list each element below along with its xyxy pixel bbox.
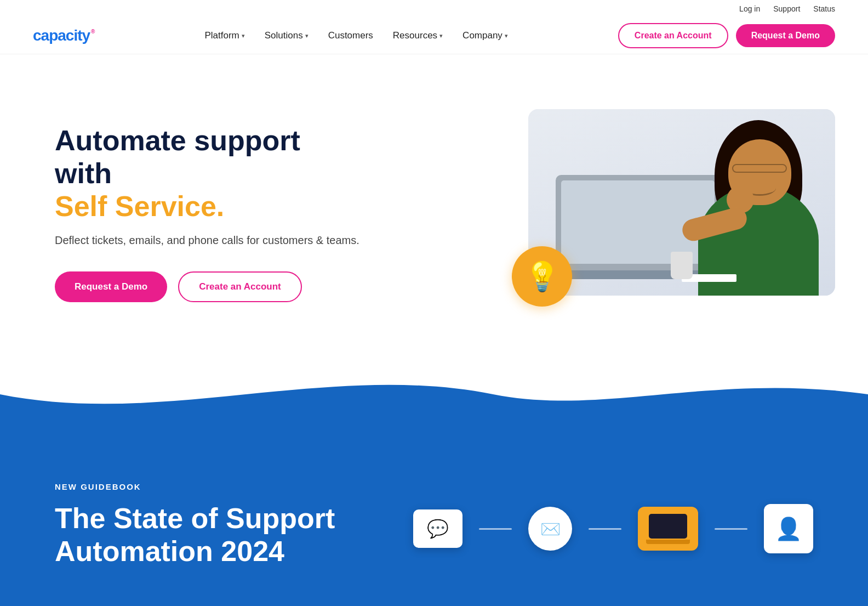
nav-create-account-button[interactable]: Create an Account bbox=[618, 23, 728, 48]
company-chevron-icon: ▾ bbox=[505, 32, 508, 39]
hero-subtitle: Deflect tickets, emails, and phone calls… bbox=[55, 232, 362, 248]
solutions-chevron-icon: ▾ bbox=[305, 32, 309, 39]
lightbulb-badge: 💡 bbox=[512, 246, 572, 307]
hero-create-account-button[interactable]: Create an Account bbox=[178, 271, 302, 302]
nav-platform[interactable]: Platform ▾ bbox=[204, 30, 244, 41]
platform-chevron-icon: ▾ bbox=[242, 32, 245, 39]
hero-request-demo-button[interactable]: Request a Demo bbox=[55, 271, 167, 302]
nav-resources[interactable]: Resources ▾ bbox=[393, 30, 443, 41]
resources-chevron-icon: ▾ bbox=[439, 32, 443, 39]
person-diagram-box: 👤 bbox=[764, 504, 813, 553]
chat-icon: 💬 bbox=[427, 518, 449, 539]
chat-diagram-box: 💬 bbox=[413, 509, 462, 548]
person-icon: 👤 bbox=[775, 516, 802, 542]
lightbulb-icon: 💡 bbox=[524, 260, 560, 293]
hero-highlight: Self Service. bbox=[55, 190, 224, 222]
site-logo[interactable]: capacity® bbox=[33, 27, 94, 44]
email-diagram-circle: ✉️ bbox=[528, 507, 572, 551]
connector-3 bbox=[715, 528, 747, 530]
nav-customers[interactable]: Customers bbox=[328, 30, 373, 41]
nav-solutions[interactable]: Solutions ▾ bbox=[265, 30, 309, 41]
login-link[interactable]: Log in bbox=[739, 4, 760, 13]
connector-1 bbox=[479, 528, 512, 530]
guidebook-eyebrow: NEW GUIDEBOOK bbox=[55, 482, 335, 491]
hero-headline: Automate support with Self Service. bbox=[55, 124, 362, 223]
blue-section-title: The State of Support Automation 2024 bbox=[55, 502, 335, 568]
status-link[interactable]: Status bbox=[813, 4, 835, 13]
hero-image-area: 💡 bbox=[528, 109, 835, 318]
support-link[interactable]: Support bbox=[773, 4, 800, 13]
connector-2 bbox=[589, 528, 621, 530]
automation-diagram-box bbox=[638, 507, 698, 551]
nav-company[interactable]: Company ▾ bbox=[462, 30, 508, 41]
diagram-area: 💬 ✉️ 👤 bbox=[413, 482, 813, 553]
email-icon: ✉️ bbox=[540, 519, 561, 539]
nav-request-demo-button[interactable]: Request a Demo bbox=[736, 24, 835, 47]
